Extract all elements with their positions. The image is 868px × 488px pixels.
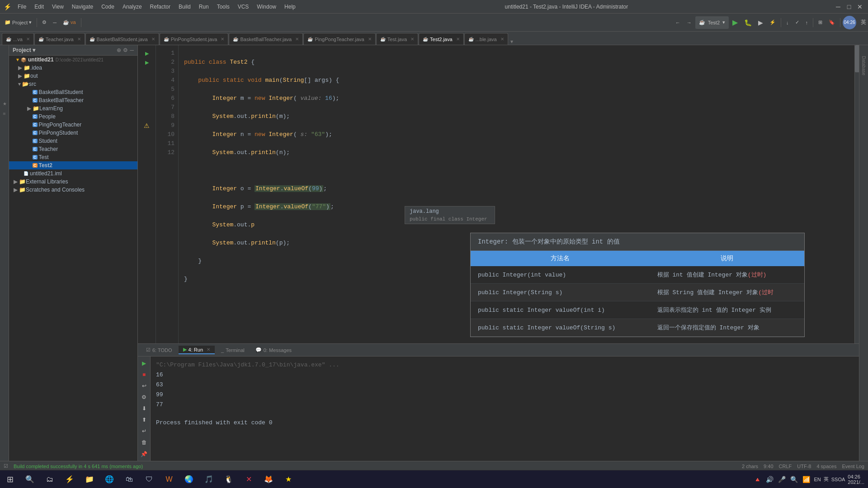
layout-btn[interactable]: ⊞	[816, 16, 825, 29]
user-avatar[interactable]: 04:26	[843, 16, 856, 29]
scrollbar-thumb[interactable]	[855, 45, 859, 72]
run-clear-btn[interactable]: 🗑	[139, 437, 149, 447]
tab-close[interactable]: ✕	[77, 37, 81, 42]
tab-basketball-student[interactable]: ☕ BasketBallStudent.java ✕	[85, 33, 159, 45]
start-button[interactable]: ⊞	[0, 470, 20, 488]
bookmark-btn[interactable]: 🔖	[826, 16, 838, 29]
push-button[interactable]: ↑	[803, 16, 811, 29]
run-config-selector[interactable]: ☕ Test2 ▾	[695, 16, 729, 29]
menu-build[interactable]: Build	[175, 3, 194, 11]
profile-button[interactable]: ⚡	[767, 16, 778, 29]
tree-item-scratches[interactable]: ▶ 📁 Scratches and Consoles	[9, 186, 137, 194]
run-with-coverage[interactable]: ▶	[755, 16, 766, 29]
taskbar-app-star[interactable]: ★	[278, 470, 298, 488]
tree-item-out[interactable]: ▶ 📁 out	[9, 72, 137, 80]
database-icon[interactable]: Database	[861, 56, 866, 75]
gutter-run-1[interactable]: ▶	[138, 49, 156, 58]
menu-edit[interactable]: Edit	[31, 3, 47, 11]
task-view[interactable]: 🗂	[40, 470, 60, 488]
maximize-button[interactable]: □	[844, 2, 854, 11]
run-scroll-end[interactable]: ⬇	[139, 404, 149, 413]
menu-file[interactable]: File	[14, 3, 30, 11]
tray-search[interactable]: 🔍	[789, 475, 799, 484]
tab-basketball-teacher[interactable]: ☕ BasketBallTeacher.java ✕	[229, 33, 303, 45]
tab-test2[interactable]: ☕ Test2.java ✕	[419, 33, 464, 45]
doc-row-4[interactable]: public static Integer valueOf(String s) …	[471, 319, 804, 337]
tab-close[interactable]: ✕	[410, 37, 414, 42]
tree-item-src[interactable]: ▾ 📂 src	[9, 80, 137, 88]
doc-row-2[interactable]: public Integer(String s) 根据 String 值创建 I…	[471, 284, 804, 301]
search-taskbar[interactable]: 🔍	[20, 470, 40, 488]
tree-item-student[interactable]: C Student	[9, 137, 137, 145]
menu-analyze[interactable]: Analyze	[119, 3, 146, 11]
ac-item-1[interactable]: java.lang	[406, 207, 494, 216]
run-tab-todo[interactable]: ☑ 6: TODO	[142, 346, 177, 354]
run-pin-btn[interactable]: 📌	[139, 449, 149, 459]
taskbar-app-firefox[interactable]: 🦊	[259, 470, 278, 488]
taskbar-app-music[interactable]: 🎵	[199, 470, 219, 488]
event-log[interactable]: Event Log	[842, 464, 864, 469]
code-editor[interactable]: ▶ ▶ ⚠ 12345 678910 1112 public class	[138, 45, 859, 343]
doc-row-3[interactable]: public static Integer valueOf(int i) 返回表…	[471, 301, 804, 319]
autocomplete-popup[interactable]: java.lang public final class Integer	[405, 206, 495, 224]
favorites-icon[interactable]: ★	[1, 99, 8, 108]
menu-view[interactable]: View	[48, 3, 67, 11]
tree-item-leareng[interactable]: ▶ 📁 LearnEng	[9, 104, 137, 113]
close-button[interactable]: ✕	[855, 2, 864, 11]
tree-item-external-libs[interactable]: ▶ 📁 External Libraries	[9, 178, 137, 186]
run-button[interactable]: ▶	[730, 16, 741, 29]
tree-item-teacher[interactable]: C Teacher	[9, 145, 137, 153]
tab-close[interactable]: ✕	[151, 37, 155, 42]
tab-ble[interactable]: ☕ ...ble.java ✕	[464, 33, 508, 45]
run-scroll-start[interactable]: ⬆	[139, 415, 149, 425]
minimize-button[interactable]: ─	[834, 2, 843, 11]
tray-wifi[interactable]: 📶	[802, 475, 811, 484]
ac-item-2[interactable]: public final class Integer	[406, 216, 494, 223]
menu-run[interactable]: Run	[195, 3, 212, 11]
tree-item-test2[interactable]: C Test2	[9, 161, 137, 169]
tab-close[interactable]: ✕	[26, 37, 30, 42]
run-tab-run[interactable]: ▶ 4: Run ✕	[179, 346, 215, 354]
lang-indicator[interactable]: 英	[861, 19, 866, 26]
tab-va[interactable]: ☕ ...va ✕	[2, 33, 34, 45]
back-btn[interactable]: ←	[673, 16, 683, 29]
menu-vcs[interactable]: VCS	[234, 3, 253, 11]
run-rerun-btn[interactable]: ↩	[139, 381, 149, 391]
taskbar-app-edge[interactable]: 🌐	[99, 470, 119, 488]
tree-item-basketball-student[interactable]: C BasketBallStudent	[9, 88, 137, 96]
menu-tools[interactable]: Tools	[213, 3, 233, 11]
run-restart-btn[interactable]: ▶	[139, 358, 149, 368]
tab-pingpong-student[interactable]: ☕ PinPongStudent.java ✕	[160, 33, 229, 45]
toolbar-settings[interactable]: ⚙	[39, 16, 49, 29]
taskbar-app-security[interactable]: 🛡	[139, 470, 159, 488]
tree-item-people[interactable]: C People	[9, 113, 137, 121]
tree-item-basketball-teacher[interactable]: C BasketBallTeacher	[9, 96, 137, 104]
tray-mic[interactable]: 🎤	[777, 475, 787, 484]
tab-overflow[interactable]: ▾	[510, 38, 513, 45]
commit-button[interactable]: ✓	[793, 16, 802, 29]
tab-teacher[interactable]: ☕ Teacher.java ✕	[34, 33, 85, 45]
tray-speaker[interactable]: 🔊	[765, 475, 774, 484]
run-tab-terminal[interactable]: _ Terminal	[217, 347, 249, 354]
run-stop-btn[interactable]: ■	[139, 370, 149, 380]
taskbar-app-qq[interactable]: 🐧	[219, 470, 239, 488]
menu-window[interactable]: Window	[253, 3, 280, 11]
tree-item-pinpong-student[interactable]: C PinPongStudent	[9, 129, 137, 137]
taskbar-app-store[interactable]: 🛍	[119, 470, 139, 488]
menu-code[interactable]: Code	[98, 3, 118, 11]
tab-close[interactable]: ✕	[295, 37, 299, 42]
taskbar-app-red[interactable]: ✕	[239, 470, 259, 488]
toolbar-java-file[interactable]: ☕ va	[60, 16, 79, 29]
update-project[interactable]: ↓	[783, 16, 792, 29]
run-settings-btn[interactable]: ⚙	[139, 392, 149, 402]
tab-pingpong-teacher[interactable]: ☕ PingPongTeacher.java ✕	[303, 33, 375, 45]
taskbar-app-explorer[interactable]: 📁	[80, 470, 99, 488]
tab-close[interactable]: ✕	[456, 37, 460, 42]
taskbar-app-wps[interactable]: W	[159, 470, 179, 488]
tree-item-untitled21[interactable]: ▾ 📦 untitled21 D:\code-2021\untitled21	[9, 56, 137, 64]
tab-close[interactable]: ✕	[368, 37, 372, 42]
tree-item-pingpong-teacher[interactable]: C PingPongTeacher	[9, 121, 137, 129]
structure-icon[interactable]: ≡	[1, 111, 8, 117]
tree-settings-icon[interactable]: ⚙	[123, 47, 128, 53]
tab-close[interactable]: ✕	[221, 37, 224, 42]
